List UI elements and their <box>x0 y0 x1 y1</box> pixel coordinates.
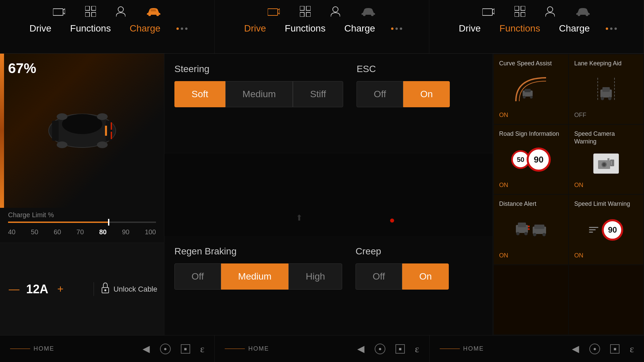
home-button-1[interactable]: ● <box>160 344 171 354</box>
decrease-current-button[interactable]: — <box>7 282 21 297</box>
unlock-cable[interactable]: Unlock Cable <box>94 282 157 296</box>
tick-100: 100 <box>145 228 156 236</box>
speed-camera-warning-card[interactable]: Speed Camera Warning ON <box>569 125 643 194</box>
functions-label-2[interactable]: Functions <box>282 22 328 35</box>
back-button-2[interactable]: ◀ <box>357 343 365 354</box>
nav-section-1: Drive Functions Charge <box>0 0 215 53</box>
charge-label-3[interactable]: Charge <box>556 22 592 35</box>
lane-keeping-aid-card[interactable]: Lane Keeping Aid OFF <box>569 54 643 124</box>
curve-speed-assist-status: ON <box>499 112 563 119</box>
functions-label-1[interactable]: Functions <box>67 22 113 35</box>
svg-point-15 <box>371 13 374 16</box>
recent-button-1[interactable]: ■ <box>181 344 190 354</box>
svg-rect-1 <box>85 6 90 10</box>
svg-point-22 <box>578 13 580 16</box>
car-icon-1[interactable] <box>146 7 162 18</box>
recent-button-3[interactable]: ■ <box>610 344 620 354</box>
svg-rect-19 <box>515 12 519 17</box>
steering-soft-button[interactable]: Soft <box>174 81 225 107</box>
profile-icon-1[interactable] <box>116 6 125 19</box>
speed-limit-sign: 90 <box>602 219 623 241</box>
svg-rect-29 <box>111 132 112 139</box>
distance-alert-card[interactable]: Distance Alert ON <box>494 195 568 264</box>
e-button-2[interactable]: ε <box>415 343 419 355</box>
charge-slider-thumb <box>108 219 109 226</box>
camera-icon-1[interactable] <box>53 7 65 18</box>
svg-rect-17 <box>515 6 519 10</box>
svg-point-55 <box>516 232 520 235</box>
charge-label-2[interactable]: Charge <box>341 22 378 35</box>
regen-high-button[interactable]: High <box>288 263 342 290</box>
road-sign-information-card[interactable]: Road Sign Information 50 90 ON <box>494 125 568 194</box>
camera-icon-3[interactable] <box>482 7 494 18</box>
curve-speed-assist-card[interactable]: Curve Speed Assist ON <box>494 54 568 124</box>
charge-label-1[interactable]: Charge <box>127 22 163 35</box>
dot-2 <box>181 27 183 30</box>
regen-off-button[interactable]: Off <box>174 263 221 290</box>
tick-60: 60 <box>54 228 61 236</box>
svg-point-56 <box>524 232 528 235</box>
svg-point-60 <box>542 233 546 236</box>
creep-toggle-group: Off On <box>356 263 483 290</box>
dot-3 <box>185 27 187 30</box>
nav-icons-1 <box>53 0 162 22</box>
home-button-3[interactable]: ● <box>589 344 600 354</box>
back-button-1[interactable]: ◀ <box>143 343 150 354</box>
profile-icon-2[interactable] <box>331 6 340 19</box>
recent-button-2[interactable]: ■ <box>395 344 405 354</box>
svg-point-39 <box>523 96 526 99</box>
creep-off-button[interactable]: Off <box>356 263 402 290</box>
home-text-3: HOME <box>463 345 484 352</box>
grid-icon-2[interactable] <box>300 6 311 19</box>
speed-limit-warning-card[interactable]: Speed Limit Warning 90 ON <box>569 195 643 264</box>
svg-point-7 <box>156 13 159 16</box>
regen-medium-button[interactable]: Medium <box>221 263 289 290</box>
road-sign-information-visual: 50 90 <box>499 138 563 182</box>
svg-rect-26 <box>52 121 59 141</box>
home-button-2[interactable]: ● <box>375 344 385 354</box>
car-icon-2[interactable] <box>360 7 376 18</box>
svg-rect-0 <box>53 9 63 15</box>
charge-slider-track[interactable] <box>8 222 156 223</box>
increase-current-button[interactable]: + <box>53 282 68 297</box>
empty-card-1 <box>494 265 568 335</box>
charge-panel: 67% <box>0 54 164 335</box>
tick-90: 90 <box>122 228 129 236</box>
steering-stiff-button[interactable]: Stiff <box>293 81 343 107</box>
car-icon-3[interactable] <box>575 7 591 18</box>
camera-icon-2[interactable] <box>268 7 280 18</box>
home-label-group-2: HOME <box>225 345 269 352</box>
regen-toggle-group: Off Medium High <box>174 263 342 290</box>
nav-buttons-1: ◀ ● ■ ε <box>143 343 205 355</box>
grid-icon-3[interactable] <box>515 6 525 19</box>
charge-limit-label: Charge Limit % <box>8 211 156 219</box>
nav-buttons-3: ◀ ● ■ ε <box>572 343 634 355</box>
bottom-bar: HOME ◀ ● ■ ε HOME ◀ ● ■ ε HOME ◀ ● ■ <box>0 335 644 362</box>
back-button-3[interactable]: ◀ <box>572 343 579 354</box>
functions-label-3[interactable]: Functions <box>497 22 543 35</box>
svg-rect-44 <box>602 87 610 92</box>
svg-rect-28 <box>111 122 112 130</box>
mid-empty-area: ⬆ <box>164 153 493 236</box>
regen-creep-section: Regen Braking Off Medium High Creep Off … <box>164 236 493 335</box>
drive-label-3[interactable]: Drive <box>456 22 483 35</box>
svg-point-45 <box>601 97 604 100</box>
home-section-3: HOME ◀ ● ■ ε <box>430 336 644 362</box>
dot-4 <box>391 27 393 30</box>
speed-camera-warning-visual <box>574 145 638 182</box>
e-button-1[interactable]: ε <box>200 343 205 355</box>
speed-camera-warning-status: ON <box>574 182 638 189</box>
profile-icon-3[interactable] <box>545 6 555 19</box>
steering-medium-button[interactable]: Medium <box>225 81 293 107</box>
speed-limit-warning-visual: 90 <box>574 208 638 252</box>
svg-point-13 <box>333 7 338 12</box>
esc-on-button[interactable]: On <box>403 81 450 107</box>
grid-icon-1[interactable] <box>85 6 96 19</box>
drive-label-2[interactable]: Drive <box>241 22 269 35</box>
e-button-3[interactable]: ε <box>630 343 634 355</box>
drive-label-1[interactable]: Drive <box>27 22 54 35</box>
charge-controls: — 12A + Unlock Cable <box>0 243 164 335</box>
empty-card-2 <box>569 265 643 335</box>
esc-off-button[interactable]: Off <box>357 81 403 107</box>
creep-on-button[interactable]: On <box>402 263 449 290</box>
